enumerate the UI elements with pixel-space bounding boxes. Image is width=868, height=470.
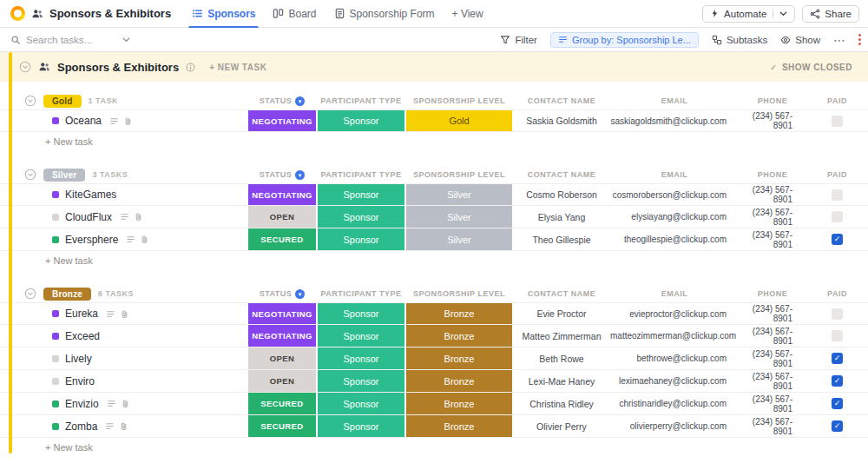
email-cell[interactable]: christinaridley@clickup.com	[610, 399, 739, 408]
task-name[interactable]: Enviro	[65, 375, 95, 387]
attachment-icon[interactable]	[140, 235, 149, 244]
tab-sponsors[interactable]: Sponsors	[183, 0, 264, 27]
task-name[interactable]: Oceana	[65, 115, 102, 127]
task-row[interactable]: Envizio SECURED Sponsor Bronze Christina…	[0, 393, 868, 415]
task-status-square[interactable]	[52, 117, 59, 124]
new-task-row-button[interactable]: + New task	[0, 438, 868, 456]
column-header-sponsorship-level[interactable]: SPONSORSHIP LEVEL	[405, 289, 513, 298]
contact-name-cell[interactable]: Olivier Perry	[513, 421, 610, 432]
sort-indicator-icon[interactable]: ▾	[295, 289, 305, 299]
email-cell[interactable]: leximaehaney@clickup.com	[610, 376, 739, 386]
email-cell[interactable]: olivierperry@clickup.com	[610, 421, 739, 431]
paid-checkbox[interactable]	[832, 353, 843, 364]
email-cell[interactable]: cosmoroberson@clickup.com	[610, 190, 739, 200]
description-icon[interactable]	[120, 212, 129, 222]
column-header-contact-name[interactable]: CONTACT NAME	[513, 96, 610, 105]
task-row[interactable]: Eversphere SECURED Sponsor Silver Theo G…	[0, 228, 868, 251]
paid-checkbox[interactable]	[832, 116, 843, 127]
column-header-phone[interactable]: PHONE	[739, 170, 806, 179]
column-header-status[interactable]: STATUS ▾	[247, 96, 317, 106]
participant-type-chip[interactable]: Sponsor	[317, 348, 405, 369]
task-row[interactable]: KiteGames NEGOTIATING Sponsor Silver Cos…	[0, 183, 868, 206]
task-row[interactable]: CloudFlux OPEN Sponsor Silver Elysia Yan…	[0, 206, 868, 228]
column-header-sponsorship-level[interactable]: SPONSORSHIP LEVEL	[405, 96, 513, 105]
contact-name-cell[interactable]: Saskia Goldsmith	[513, 116, 610, 126]
contact-name-cell[interactable]: Matteo Zimmerman	[513, 331, 610, 341]
paid-checkbox[interactable]	[832, 420, 843, 432]
task-name[interactable]: KiteGames	[65, 189, 116, 201]
column-header-participant-type[interactable]: PARTICIPANT TYPE	[317, 170, 405, 179]
phone-cell[interactable]: (234) 567-8901	[739, 417, 806, 436]
new-task-header-button[interactable]: + NEW TASK	[209, 63, 266, 72]
attachment-icon[interactable]	[120, 309, 129, 319]
contact-name-cell[interactable]: Evie Proctor	[513, 308, 610, 319]
task-name[interactable]: Eureka	[65, 308, 98, 320]
paid-checkbox[interactable]	[832, 375, 843, 387]
paid-checkbox[interactable]	[832, 330, 843, 341]
phone-cell[interactable]: (234) 567-8901	[739, 372, 806, 391]
task-status-square[interactable]	[52, 214, 59, 221]
phone-cell[interactable]: (234) 567-8901	[739, 349, 806, 368]
group-pill[interactable]: Gold	[43, 95, 82, 108]
paid-checkbox[interactable]	[832, 234, 843, 245]
contact-name-cell[interactable]: Elysia Yang	[513, 212, 610, 222]
phone-cell[interactable]: (234) 567-8901	[739, 208, 806, 227]
filter-button[interactable]: Filter	[500, 35, 537, 45]
tab-sponsorship-form[interactable]: Sponsorship Form	[326, 0, 444, 27]
column-header-paid[interactable]: PAID	[806, 96, 868, 105]
contact-name-cell[interactable]: Christina Ridley	[513, 399, 610, 409]
email-cell[interactable]: bethrowe@clickup.com	[610, 354, 739, 363]
add-view-button[interactable]: + View	[444, 0, 492, 27]
column-header-status[interactable]: STATUS ▾	[247, 170, 317, 180]
email-cell[interactable]: elysiayang@clickup.com	[610, 212, 739, 222]
task-status-square[interactable]	[52, 378, 59, 385]
task-status-square[interactable]	[52, 310, 59, 317]
participant-type-chip[interactable]: Sponsor	[317, 110, 405, 131]
participant-type-chip[interactable]: Sponsor	[317, 228, 405, 250]
status-chip[interactable]: NEGOTIATING	[247, 303, 317, 324]
sponsorship-level-chip[interactable]: Bronze	[405, 415, 513, 437]
column-header-email[interactable]: EMAIL	[610, 289, 739, 298]
task-status-square[interactable]	[52, 400, 59, 407]
participant-type-chip[interactable]: Sponsor	[317, 206, 405, 228]
paid-checkbox[interactable]	[832, 211, 843, 222]
sponsorship-level-chip[interactable]: Bronze	[405, 348, 513, 369]
column-header-participant-type[interactable]: PARTICIPANT TYPE	[317, 289, 405, 298]
paid-checkbox[interactable]	[832, 308, 843, 320]
status-chip[interactable]: NEGOTIATING	[247, 110, 317, 131]
email-cell[interactable]: matteozimmerman@clickup.com	[610, 331, 739, 341]
task-name[interactable]: Eversphere	[65, 234, 118, 246]
sponsorship-level-chip[interactable]: Silver	[405, 184, 513, 205]
automate-button[interactable]: Automate	[702, 5, 795, 23]
contact-name-cell[interactable]: Cosmo Roberson	[513, 189, 610, 200]
status-chip[interactable]: SECURED	[247, 393, 317, 414]
chevron-down-icon[interactable]	[122, 37, 130, 43]
column-header-phone[interactable]: PHONE	[739, 96, 806, 105]
sort-indicator-icon[interactable]: ▾	[295, 170, 305, 180]
column-header-participant-type[interactable]: PARTICIPANT TYPE	[317, 96, 405, 105]
collapse-group-icon[interactable]	[24, 169, 36, 181]
column-header-contact-name[interactable]: CONTACT NAME	[513, 289, 610, 298]
status-chip[interactable]: NEGOTIATING	[247, 325, 317, 347]
group-by-button[interactable]: Group by: Sponsorship Le...	[550, 32, 699, 48]
status-chip[interactable]: OPEN	[247, 206, 317, 228]
column-header-email[interactable]: EMAIL	[610, 96, 739, 105]
status-chip[interactable]: NEGOTIATING	[247, 184, 317, 205]
sponsorship-level-chip[interactable]: Bronze	[405, 303, 513, 324]
collapse-group-icon[interactable]	[24, 95, 36, 107]
participant-type-chip[interactable]: Sponsor	[317, 370, 405, 392]
attachment-icon[interactable]	[134, 212, 143, 222]
attachment-icon[interactable]	[121, 399, 130, 408]
phone-cell[interactable]: (234) 567-8901	[739, 327, 806, 346]
collapse-list-icon[interactable]	[19, 61, 31, 73]
phone-cell[interactable]: (234) 567-8901	[739, 394, 806, 414]
task-row[interactable]: Exceed NEGOTIATING Sponsor Bronze Matteo…	[0, 325, 868, 348]
paid-checkbox[interactable]	[832, 398, 843, 409]
phone-cell[interactable]: (234) 567-8901	[739, 304, 806, 323]
description-icon[interactable]	[105, 421, 115, 431]
description-icon[interactable]	[107, 399, 116, 408]
share-button[interactable]: Share	[802, 5, 859, 23]
status-chip[interactable]: SECURED	[247, 415, 317, 437]
task-row[interactable]: Lively OPEN Sponsor Bronze Beth Rowe bet…	[0, 348, 868, 370]
sponsorship-level-chip[interactable]: Bronze	[405, 325, 513, 347]
